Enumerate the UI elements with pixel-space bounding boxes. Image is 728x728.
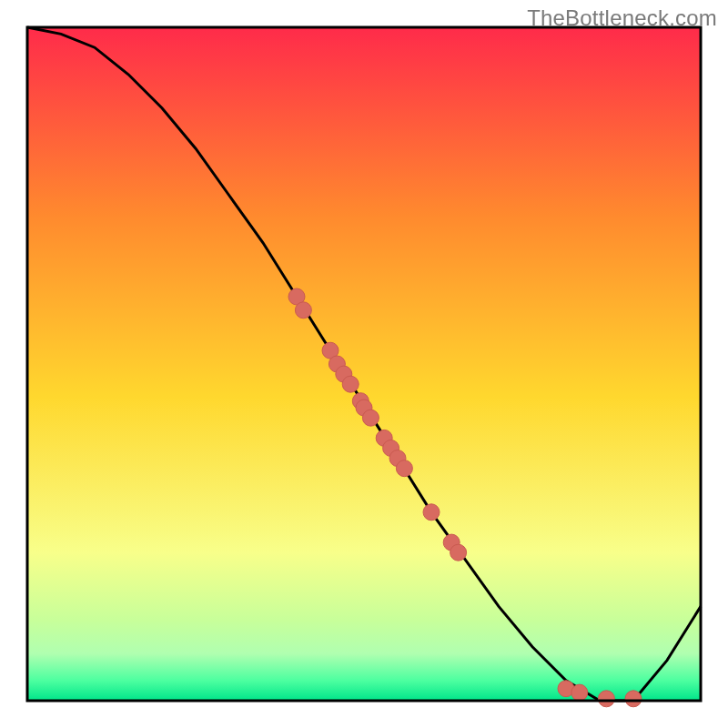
data-marker bbox=[625, 691, 642, 707]
data-marker bbox=[450, 544, 467, 561]
data-marker bbox=[571, 684, 588, 701]
watermark-label: TheBottleneck.com bbox=[527, 5, 717, 31]
plot-background-gradient bbox=[27, 27, 701, 701]
data-marker bbox=[362, 410, 379, 426]
data-marker bbox=[396, 460, 412, 477]
data-marker bbox=[295, 302, 311, 318]
data-marker bbox=[423, 504, 440, 521]
chart-container: TheBottleneck.com bbox=[0, 0, 728, 728]
data-marker bbox=[342, 376, 359, 392]
bottleneck-chart bbox=[0, 0, 728, 728]
data-marker bbox=[598, 691, 614, 707]
